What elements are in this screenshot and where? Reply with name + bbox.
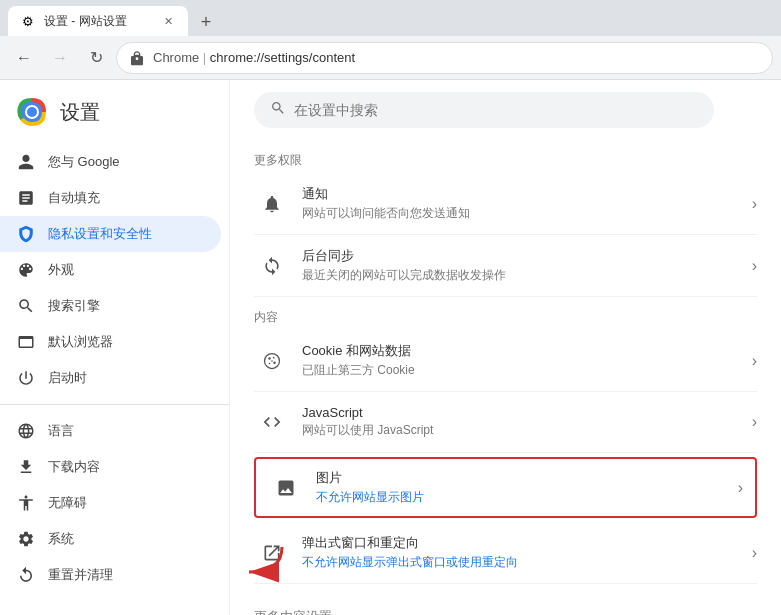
javascript-item[interactable]: JavaScript 网站可以使用 JavaScript › (254, 392, 757, 453)
bell-icon (254, 186, 290, 222)
search-input[interactable] (294, 102, 698, 118)
download-icon (16, 457, 36, 477)
shield-icon (16, 224, 36, 244)
notifications-item[interactable]: 通知 网站可以询问能否向您发送通知 › (254, 173, 757, 235)
cookies-subtitle: 已阻止第三方 Cookie (302, 362, 744, 379)
chrome-logo-icon (16, 96, 48, 128)
svg-point-4 (268, 357, 271, 360)
sidebar-item-startup-label: 启动时 (48, 369, 87, 387)
new-tab-button[interactable]: + (192, 8, 220, 36)
nav-bar: ← → ↻ Chrome | chrome://settings/content (0, 36, 781, 80)
person-icon (16, 152, 36, 172)
content-header: 内容 (254, 297, 757, 330)
svg-point-7 (269, 362, 271, 364)
sidebar-item-search-label: 搜索引擎 (48, 297, 100, 315)
tab-bar: ⚙ 设置 - 网站设置 ✕ + (0, 0, 781, 36)
assignment-icon (16, 188, 36, 208)
sidebar-item-language-label: 语言 (48, 422, 74, 440)
sidebar-item-downloads-label: 下载内容 (48, 458, 100, 476)
sync-icon (254, 248, 290, 284)
cookie-icon (254, 343, 290, 379)
svg-point-2 (27, 107, 37, 117)
settings-content: 更多权限 通知 网站可以询问能否向您发送通知 › (230, 80, 781, 615)
sidebar-item-reset[interactable]: 重置并清理 (0, 557, 221, 593)
notifications-text: 通知 网站可以询问能否向您发送通知 (302, 185, 744, 222)
cookies-chevron: › (752, 352, 757, 370)
search-bar-icon (270, 100, 286, 120)
javascript-subtitle: 网站可以使用 JavaScript (302, 422, 744, 439)
sidebar-divider (0, 404, 229, 405)
forward-icon: → (52, 49, 68, 67)
sidebar-item-google-account[interactable]: 您与 Google (0, 144, 221, 180)
sidebar-item-default-browser[interactable]: 默认浏览器 (0, 324, 221, 360)
images-title: 图片 (316, 469, 730, 487)
main-content: 设置 您与 Google 自动填充 隐私设置和安全性 (0, 80, 781, 615)
forward-button[interactable]: → (44, 42, 76, 74)
address-security-icon (129, 50, 145, 66)
background-sync-subtitle: 最近关闭的网站可以完成数据收发操作 (302, 267, 744, 284)
address-brand: Chrome (153, 50, 199, 65)
cookies-item[interactable]: Cookie 和网站数据 已阻止第三方 Cookie › (254, 330, 757, 392)
address-url: chrome://settings/content (210, 50, 355, 65)
sidebar-item-autofill-label: 自动填充 (48, 189, 100, 207)
search-bar-container (230, 80, 781, 140)
reload-button[interactable]: ↻ (80, 42, 112, 74)
javascript-title: JavaScript (302, 405, 744, 420)
images-text: 图片 不允许网站显示图片 (316, 469, 730, 506)
background-sync-chevron: › (752, 257, 757, 275)
browser-icon (16, 332, 36, 352)
back-button[interactable]: ← (8, 42, 40, 74)
svg-point-6 (273, 361, 276, 364)
sidebar-item-accessibility-label: 无障碍 (48, 494, 87, 512)
address-bar[interactable]: Chrome | chrome://settings/content (116, 42, 773, 74)
background-sync-title: 后台同步 (302, 247, 744, 265)
code-icon (254, 404, 290, 440)
active-tab[interactable]: ⚙ 设置 - 网站设置 ✕ (8, 6, 188, 36)
sidebar-item-system-label: 系统 (48, 530, 74, 548)
javascript-text: JavaScript 网站可以使用 JavaScript (302, 405, 744, 439)
accessibility-icon (16, 493, 36, 513)
address-separator: | (199, 50, 210, 65)
search-bar[interactable] (254, 92, 714, 128)
more-permissions-section: 更多权限 通知 网站可以询问能否向您发送通知 › (230, 140, 781, 297)
sidebar-logo: 设置 (0, 88, 229, 144)
notifications-subtitle: 网站可以询问能否向您发送通知 (302, 205, 744, 222)
more-content-settings-label: 更多内容设置 (254, 596, 332, 615)
globe-icon (16, 421, 36, 441)
sidebar-item-privacy-label: 隐私设置和安全性 (48, 225, 152, 243)
svg-point-8 (271, 360, 273, 362)
sidebar: 设置 您与 Google 自动填充 隐私设置和安全性 (0, 80, 230, 615)
back-icon: ← (16, 49, 32, 67)
more-content-settings-item[interactable]: 更多内容设置 (254, 584, 757, 615)
images-item[interactable]: 图片 不允许网站显示图片 › (256, 459, 755, 516)
settings-icon (16, 529, 36, 549)
reload-icon: ↻ (90, 48, 103, 67)
arrow-indicator (234, 537, 284, 590)
background-sync-item[interactable]: 后台同步 最近关闭的网站可以完成数据收发操作 › (254, 235, 757, 297)
tab-title: 设置 - 网站设置 (44, 13, 152, 30)
sidebar-item-accessibility[interactable]: 无障碍 (0, 485, 221, 521)
refresh-icon (16, 565, 36, 585)
sidebar-item-privacy[interactable]: 隐私设置和安全性 (0, 216, 221, 252)
sidebar-item-language[interactable]: 语言 (0, 413, 221, 449)
background-sync-text: 后台同步 最近关闭的网站可以完成数据收发操作 (302, 247, 744, 284)
sidebar-item-appearance[interactable]: 外观 (0, 252, 221, 288)
sidebar-item-search[interactable]: 搜索引擎 (0, 288, 221, 324)
sidebar-item-downloads[interactable]: 下载内容 (0, 449, 221, 485)
popups-title: 弹出式窗口和重定向 (302, 534, 744, 552)
popups-item[interactable]: 弹出式窗口和重定向 不允许网站显示弹出式窗口或使用重定向 › (254, 522, 757, 584)
svg-point-5 (273, 356, 275, 358)
sidebar-item-appearance-label: 外观 (48, 261, 74, 279)
browser-frame: ⚙ 设置 - 网站设置 ✕ + ← → ↻ Chrome | chrome://… (0, 0, 781, 615)
sidebar-item-autofill[interactable]: 自动填充 (0, 180, 221, 216)
sidebar-item-system[interactable]: 系统 (0, 521, 221, 557)
address-text: Chrome | chrome://settings/content (153, 50, 760, 65)
sidebar-item-reset-label: 重置并清理 (48, 566, 113, 584)
sidebar-item-startup[interactable]: 启动时 (0, 360, 221, 396)
images-chevron: › (738, 479, 743, 497)
javascript-chevron: › (752, 413, 757, 431)
sidebar-item-default-browser-label: 默认浏览器 (48, 333, 113, 351)
tab-close-button[interactable]: ✕ (160, 13, 176, 29)
popups-chevron: › (752, 544, 757, 562)
popups-subtitle: 不允许网站显示弹出式窗口或使用重定向 (302, 554, 744, 571)
